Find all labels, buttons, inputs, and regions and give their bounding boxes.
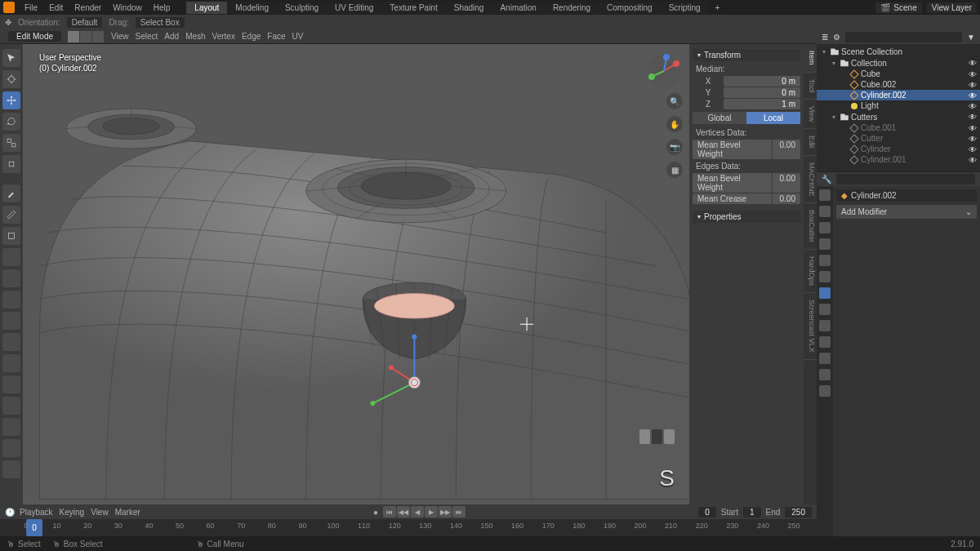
constraint-tab[interactable] — [819, 336, 831, 348]
z-field[interactable]: 1 m — [724, 99, 800, 109]
outliner-item-cylinder-001[interactable]: Cylinder.001👁 — [817, 154, 980, 165]
scene-selector[interactable]: 🎬Scene — [875, 2, 921, 13]
jump-start-button[interactable]: ⏮ — [383, 506, 396, 518]
outliner-item-cube[interactable]: Cube👁 — [817, 69, 980, 79]
mean-bevel-e-field[interactable]: 0.00 — [773, 173, 800, 193]
material-tab[interactable] — [819, 369, 831, 380]
current-frame-field[interactable]: 0 — [698, 507, 716, 518]
add-modifier-dropdown[interactable]: Add Modifier ⌄ — [836, 205, 977, 219]
prev-key-button[interactable]: ◀◀ — [397, 506, 410, 518]
extrude-tool[interactable] — [2, 248, 20, 266]
x-field[interactable]: 0 m — [724, 76, 800, 87]
add-workspace-button[interactable]: + — [710, 2, 725, 14]
properties-search-input[interactable] — [836, 174, 975, 184]
editor-menu-face[interactable]: Face — [267, 32, 285, 41]
properties-panel-header[interactable]: Properties — [693, 211, 800, 223]
pan-icon[interactable]: ✋ — [666, 116, 683, 132]
scale-tool[interactable] — [2, 134, 20, 152]
window-menu[interactable]: Window — [108, 2, 147, 14]
particle-tab[interactable] — [819, 304, 831, 315]
outliner-item-cube-001[interactable]: Cube.001👁 — [817, 122, 980, 133]
physics-tab[interactable] — [819, 320, 831, 331]
camera-icon[interactable]: 📷 — [666, 139, 683, 155]
workspace-tab-uv-editing[interactable]: UV Editing — [327, 2, 381, 14]
move-tool[interactable] — [2, 91, 20, 109]
render-menu[interactable]: Render — [69, 2, 106, 14]
render-tab[interactable] — [819, 189, 831, 201]
measure-tool[interactable] — [2, 206, 20, 224]
n-tab-hardops[interactable]: HardOps — [804, 250, 817, 293]
workspace-tab-modeling[interactable]: Modeling — [227, 2, 277, 14]
zoom-icon[interactable]: 🔍 — [666, 93, 683, 109]
rotate-tool[interactable] — [2, 113, 20, 131]
inset-tool[interactable] — [2, 269, 20, 287]
viewlayer-tab[interactable] — [819, 222, 831, 233]
editor-menu-mesh[interactable]: Mesh — [185, 32, 205, 41]
outliner-item-light[interactable]: Light👁 — [817, 100, 980, 111]
space-toggle[interactable]: GlobalLocal — [693, 112, 800, 124]
select-tool[interactable] — [2, 49, 20, 67]
n-tab-screencast-vlx[interactable]: Screencast VLX — [804, 293, 817, 360]
polybuild-tool[interactable] — [2, 354, 20, 372]
select-mode-buttons[interactable] — [68, 31, 105, 42]
loopcut-tool[interactable] — [2, 312, 20, 330]
editor-menu-add[interactable]: Add — [164, 32, 179, 41]
start-frame-field[interactable]: 1 — [743, 507, 761, 518]
viewlayer-selector[interactable]: View Layer — [927, 2, 977, 13]
modifier-tab[interactable] — [819, 287, 831, 299]
orientation-dropdown[interactable]: Default — [67, 17, 103, 28]
bevel-tool[interactable] — [2, 291, 20, 309]
file-menu[interactable]: File — [20, 2, 42, 14]
drag-dropdown[interactable]: Select Box — [136, 17, 185, 28]
workspace-tab-sculpting[interactable]: Sculpting — [277, 2, 327, 14]
texture-tab[interactable] — [819, 385, 831, 397]
scene-tab[interactable] — [819, 238, 831, 250]
rip-tool[interactable] — [2, 460, 20, 478]
workspace-tab-animation[interactable]: Animation — [492, 2, 544, 14]
timeline-icon[interactable]: 🕐 — [5, 508, 15, 517]
perspective-icon[interactable]: ▦ — [666, 162, 683, 178]
viewport-3d[interactable]: User Perspective (0) Cylinder.002 🔍 ✋ 📷 … — [23, 44, 689, 504]
timeline-menu-keying[interactable]: Keying — [60, 508, 85, 517]
next-key-button[interactable]: ▶▶ — [439, 506, 452, 518]
timeline-menu-playback[interactable]: Playback — [20, 508, 53, 517]
outliner-item-cutters[interactable]: ▾Cutters👁 — [817, 111, 980, 122]
nav-gizmo-icon[interactable] — [645, 52, 683, 90]
play-rev-button[interactable]: ◀ — [411, 506, 424, 518]
spin-tool[interactable] — [2, 375, 20, 393]
mode-selector[interactable]: Edit Mode — [8, 31, 61, 42]
workspace-tab-compositing[interactable]: Compositing — [599, 2, 661, 14]
add-cube-tool[interactable] — [2, 227, 20, 245]
workspace-tab-shading[interactable]: Shading — [446, 2, 492, 14]
n-tab-view[interactable]: View — [804, 100, 817, 129]
output-tab[interactable] — [819, 206, 831, 217]
outliner-item-cube-002[interactable]: Cube.002👁 — [817, 79, 980, 90]
outliner[interactable]: ▾Scene Collection▾Collection👁Cube👁Cube.0… — [817, 44, 980, 171]
timeline-ruler[interactable]: 0 01020304050607080901001101201301401501… — [0, 519, 817, 536]
outliner-scene-collection[interactable]: ▾Scene Collection — [817, 46, 980, 57]
n-tab-edit[interactable]: Edit — [804, 129, 817, 156]
smooth-tool[interactable] — [2, 397, 20, 415]
cursor-tool-icon[interactable]: ✥ — [5, 18, 11, 27]
editor-menu-select[interactable]: Select — [136, 32, 158, 41]
filter-icon[interactable]: ⚙ — [833, 33, 840, 42]
mean-bevel-v-field[interactable]: 0.00 — [773, 140, 800, 159]
editor-menu-uv[interactable]: UV — [292, 32, 304, 41]
object-tab[interactable] — [819, 271, 831, 282]
edit-menu[interactable]: Edit — [44, 2, 68, 14]
workspace-tab-texture-paint[interactable]: Texture Paint — [381, 2, 445, 14]
timeline-cursor[interactable]: 0 — [26, 519, 42, 536]
end-frame-field[interactable]: 250 — [785, 507, 812, 518]
n-tab-boxcutter[interactable]: BoxCutter — [804, 203, 817, 250]
outliner-item-cylinder-002[interactable]: Cylinder.002👁 — [817, 90, 980, 100]
outliner-search-input[interactable] — [845, 32, 962, 42]
autokey-icon[interactable]: ● — [373, 508, 378, 517]
editor-menu-view[interactable]: View — [111, 32, 129, 41]
transform-tool[interactable] — [2, 155, 20, 173]
workspace-tab-rendering[interactable]: Rendering — [545, 2, 599, 14]
filter-funnel-icon[interactable]: ▼ — [967, 33, 975, 42]
help-menu[interactable]: Help — [149, 2, 176, 14]
outliner-item-cutter[interactable]: Cutter👁 — [817, 133, 980, 144]
outliner-item-cylinder[interactable]: Cylinder👁 — [817, 144, 980, 154]
world-tab[interactable] — [819, 255, 831, 266]
